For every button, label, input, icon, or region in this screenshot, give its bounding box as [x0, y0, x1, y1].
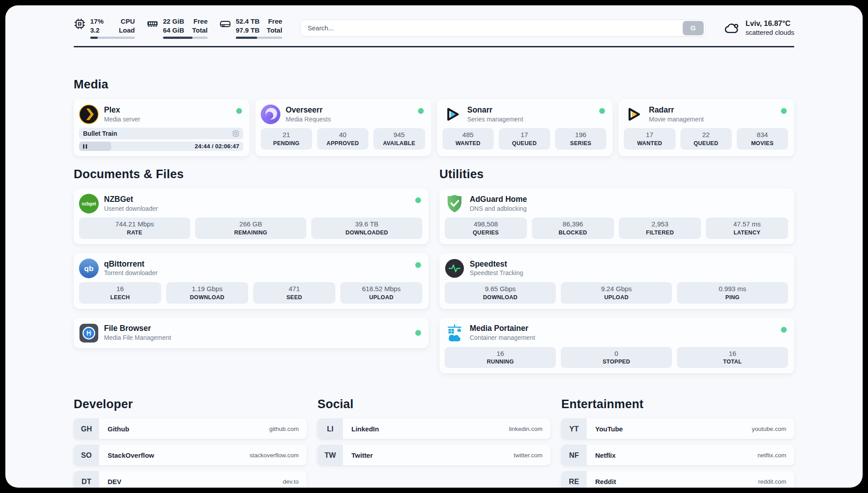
stat-value: 485: [444, 131, 492, 139]
stat-value: 16: [679, 350, 786, 358]
bookmark-url: dev.to: [283, 478, 299, 485]
stat-box: 17 QUEUED: [499, 128, 550, 150]
overseerr-icon: [261, 104, 280, 124]
bookmark-netflix[interactable]: NF Netflix netflix.com: [561, 445, 794, 465]
stat-box: 22 QUEUED: [680, 128, 732, 150]
section-heading-developer: Developer: [74, 397, 307, 411]
stat-label: STOPPED: [563, 359, 670, 365]
bookmark-abbr: RE: [561, 471, 587, 488]
stat-box: 0.993 ms PING: [677, 282, 788, 304]
stat-label: TOTAL: [679, 359, 786, 365]
cpu-usage-label: CPU: [119, 17, 135, 26]
app-title: qBittorrent: [104, 259, 158, 269]
status-dot: [781, 108, 787, 114]
bookmark-name: StackOverflow: [108, 451, 154, 459]
bookmark-url: github.com: [269, 426, 299, 432]
system-metrics: 17% 3.2 CPU Load: [74, 17, 282, 39]
pause-icon: [83, 144, 87, 149]
section-heading-media: Media: [74, 78, 794, 92]
stat-value: 9.65 Gbps: [447, 285, 554, 293]
stat-label: RATE: [81, 230, 188, 236]
app-title: Media Portainer: [470, 324, 535, 334]
memory-free-label: Free: [192, 17, 208, 26]
bookmark-abbr: DT: [74, 471, 99, 488]
stat-value: 834: [739, 131, 786, 139]
search-input[interactable]: [300, 25, 683, 32]
bookmark-name: Reddit: [595, 478, 616, 485]
app-title: AdGuard Home: [470, 195, 527, 205]
app-title: Radarr: [649, 105, 704, 115]
nzbget-icon: nzbget: [79, 194, 99, 213]
app-card-radarr[interactable]: Radarr Movie management 17 WANTED 22 QUE…: [618, 99, 794, 156]
bookmark-abbr: YT: [561, 418, 587, 439]
playback-progress-bar: 24:44 / 02:06:47: [79, 142, 243, 151]
cpu-progress-bar: [90, 37, 135, 39]
app-card-speedtest[interactable]: Speedtest Speedtest Tracking 9.65 Gbps D…: [439, 253, 794, 309]
stat-value: 1.19 Gbps: [168, 285, 246, 293]
playback-time: 24:44 / 02:06:47: [195, 143, 239, 150]
app-card-overseerr[interactable]: Overseerr Media Requests 21 PENDING 40 A…: [255, 99, 431, 156]
bookmark-abbr: GH: [74, 418, 99, 439]
app-subtitle: Media Requests: [286, 116, 331, 124]
stat-value: 945: [375, 131, 423, 139]
app-subtitle: Series management: [467, 116, 523, 124]
stat-box: 945 AVAILABLE: [373, 128, 425, 150]
stat-label: QUERIES: [447, 230, 525, 236]
status-dot: [781, 327, 787, 333]
stat-value: 16: [447, 350, 554, 358]
stat-value: 498,508: [447, 220, 525, 229]
stat-value: 47.57 ms: [708, 220, 786, 229]
bookmark-dev[interactable]: DT DEV dev.to: [74, 471, 307, 488]
bookmark-name: DEV: [108, 478, 121, 485]
stat-label: REMAINING: [197, 230, 305, 236]
stat-label: SERIES: [557, 140, 605, 146]
weather-condition: scattered clouds: [746, 28, 794, 37]
stat-box: 266 GB REMAINING: [195, 217, 306, 239]
app-subtitle: Torrent downloader: [104, 269, 158, 277]
stat-label: QUEUED: [501, 140, 548, 146]
stat-box: 1.19 Gbps DOWNLOAD: [166, 282, 248, 304]
stat-value: 17: [626, 131, 673, 139]
stat-label: LEECH: [81, 294, 159, 301]
stat-box: 744.21 Mbps RATE: [79, 217, 190, 239]
stat-box: 0 STOPPED: [561, 347, 672, 368]
stat-box: 834 MOVIES: [737, 128, 788, 150]
app-card-sonarr[interactable]: Sonarr Series management 485 WANTED 17 Q…: [437, 99, 613, 156]
bookmark-github[interactable]: GH Github github.com: [74, 418, 307, 439]
app-card-plex[interactable]: Plex Media server Bullet Train 24:44 / 0…: [74, 99, 250, 156]
plex-icon: [79, 104, 99, 124]
app-card-qbittorrent[interactable]: qb qBittorrent Torrent downloader 16 LEE…: [74, 253, 429, 309]
bookmark-reddit[interactable]: RE Reddit reddit.com: [561, 471, 794, 488]
header-divider: [74, 46, 794, 47]
bookmark-youtube[interactable]: YT YouTube youtube.com: [561, 418, 794, 439]
stat-label: BLOCKED: [534, 230, 612, 236]
app-card-adguard[interactable]: AdGuard Home DNS and adblocking 498,508 …: [439, 188, 794, 244]
app-title: Plex: [104, 105, 140, 115]
stat-box: 618.52 Mbps UPLOAD: [340, 282, 422, 304]
search-box: G: [300, 20, 705, 37]
stat-box: 485 WANTED: [442, 128, 494, 150]
stat-label: PENDING: [263, 140, 310, 146]
bookmark-url: youtube.com: [752, 426, 786, 432]
bookmark-stackoverflow[interactable]: SO StackOverflow stackoverflow.com: [74, 445, 307, 465]
search-button[interactable]: G: [683, 21, 704, 35]
bookmark-twitter[interactable]: TW Twitter twitter.com: [317, 445, 551, 465]
cpu-usage-value: 17%: [90, 17, 104, 26]
bookmark-name: LinkedIn: [351, 425, 379, 433]
bookmark-linkedin[interactable]: LI LinkedIn linkedin.com: [317, 418, 551, 439]
cpu-icon: [74, 18, 86, 30]
adguard-icon: [445, 194, 464, 213]
stat-value: 40: [319, 131, 367, 139]
memory-free-value: 22 GiB: [163, 17, 184, 26]
app-card-nzbget[interactable]: nzbget NZBGet Usenet downloader 744.21 M…: [74, 188, 429, 244]
stat-value: 21: [263, 131, 310, 139]
cpu-load-value: 3.2: [90, 26, 104, 35]
stat-label: UPLOAD: [342, 294, 421, 301]
memory-total-label: Total: [192, 26, 208, 35]
disk-icon: [219, 18, 231, 30]
stat-label: WANTED: [444, 140, 492, 146]
app-card-portainer[interactable]: Media Portainer Container management 16 …: [439, 318, 794, 374]
cpu-metric: 17% 3.2 CPU Load: [74, 17, 135, 39]
stat-label: AVAILABLE: [375, 140, 423, 146]
app-card-filebrowser[interactable]: File Browser Media File Management: [74, 318, 429, 348]
